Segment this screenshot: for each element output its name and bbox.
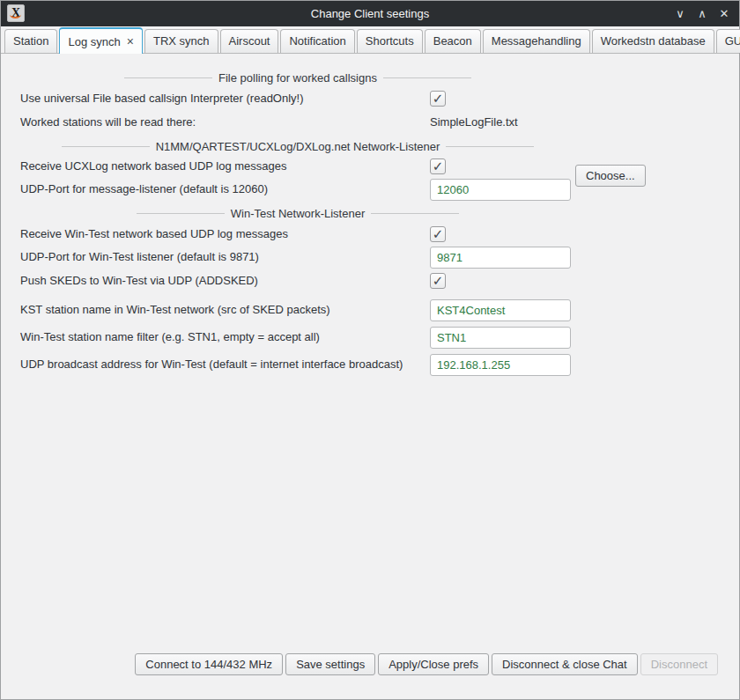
close-icon[interactable]: ✕ (718, 7, 730, 20)
label-universal-interpreter: Use universal File based callsign Interp… (20, 91, 304, 107)
section-header-network-listener: N1MM/QARTEST/UCXLog/DXLog.net Network-Li… (1, 140, 595, 153)
disconnect-close-chat-button[interactable]: Disconnect & close Chat (492, 653, 638, 675)
label-station-name-filter: Win-Test station name filter (e.g. STN1,… (20, 329, 320, 345)
label-kst-station-name: KST station name in Win-Test network (sr… (20, 302, 330, 318)
station-name-filter-input[interactable] (430, 327, 571, 349)
minimize-icon[interactable]: ∨ (674, 7, 686, 20)
universal-interpreter-checkbox[interactable]: ✓ (430, 91, 446, 107)
udp-port-listener-input[interactable] (430, 179, 571, 201)
tab-label: Messagehandling (492, 34, 581, 48)
choose-file-button[interactable]: Choose... (575, 165, 646, 187)
log-synch-pane: File polling for worked callsigns Use un… (1, 54, 739, 699)
maximize-icon[interactable]: ∧ (696, 7, 708, 20)
apply-close-prefs-button[interactable]: Apply/Close prefs (378, 653, 489, 675)
udp-broadcast-address-input[interactable] (430, 354, 571, 376)
check-icon: ✓ (433, 274, 444, 287)
label-worked-stations-file: Worked stations will be read there: (20, 114, 196, 130)
udp-port-wintest-input[interactable] (430, 247, 571, 269)
disconnect-button: Disconnect (640, 653, 718, 675)
divider (446, 146, 534, 147)
window-title: Change Client seetings (1, 7, 739, 20)
save-settings-button[interactable]: Save settings (285, 653, 375, 675)
connect-144-432-button[interactable]: Connect to 144/432 MHz (135, 653, 283, 675)
divider (137, 213, 225, 214)
app-icon: X (7, 4, 25, 22)
worked-stations-file-value: SimpleLogFile.txt (430, 114, 518, 130)
label-push-skeds: Push SKEDs to Win-Test via UDP (ADDSKED) (20, 273, 258, 289)
section-title: N1MM/QARTEST/UCXLog/DXLog.net Network-Li… (156, 140, 440, 153)
tab-label: Workedstn database (601, 34, 706, 48)
tab-label: Station (13, 34, 48, 48)
section-header-wintest-listener: Win-Test Network-Listener (1, 207, 595, 220)
tab-label: GUI (725, 34, 740, 48)
divider (383, 77, 471, 78)
check-icon: ✓ (433, 159, 444, 173)
tab-messagehandling[interactable]: Messagehandling (483, 29, 590, 53)
divider (371, 213, 459, 214)
tab-label: Shortcuts (366, 34, 414, 48)
tab-label: Beacon (433, 34, 472, 48)
receive-wintest-checkbox[interactable]: ✓ (430, 226, 446, 242)
tab-log-synch[interactable]: Log synch× (59, 27, 142, 54)
receive-ucxlog-checkbox[interactable]: ✓ (430, 158, 446, 174)
label-udp-broadcast-address: UDP broadcast address for Win-Test (defa… (20, 357, 403, 372)
app-icon-swoosh (10, 11, 21, 18)
check-icon: ✓ (433, 92, 444, 105)
titlebar: X Change Client seetings ∨ ∧ ✕ (1, 1, 739, 26)
footer-button-bar: Connect to 144/432 MHz Save settings App… (135, 653, 718, 675)
label-receive-wintest: Receive Win-Test network based UDP log m… (20, 226, 288, 242)
tab-gui[interactable]: GUI (716, 29, 740, 53)
section-header-file-polling: File polling for worked callsigns (1, 71, 595, 85)
tab-label: Log synch (68, 35, 120, 48)
dialog-window: X Change Client seetings ∨ ∧ ✕ Station L… (0, 0, 740, 700)
divider (124, 77, 212, 78)
tab-trx-synch[interactable]: TRX synch (144, 29, 218, 53)
tab-close-icon[interactable]: × (127, 34, 134, 48)
tab-beacon[interactable]: Beacon (425, 29, 481, 53)
tab-bar: Station Log synch× TRX synch Airscout No… (1, 26, 739, 54)
tab-label: Airscout (229, 34, 270, 48)
tab-workedstn-database[interactable]: Workedstn database (592, 29, 714, 53)
push-skeds-checkbox[interactable]: ✓ (430, 273, 446, 289)
label-receive-ucxlog: Receive UCXLog network based UDP log mes… (20, 158, 287, 174)
tab-shortcuts[interactable]: Shortcuts (357, 29, 423, 53)
section-title: Win-Test Network-Listener (231, 207, 365, 220)
kst-station-name-input[interactable] (430, 299, 571, 321)
tab-label: Notification (289, 34, 345, 48)
tab-airscout[interactable]: Airscout (220, 29, 279, 53)
tab-notification[interactable]: Notification (280, 29, 354, 53)
tab-station[interactable]: Station (4, 29, 57, 53)
check-icon: ✓ (433, 227, 444, 240)
section-title: File polling for worked callsigns (218, 71, 377, 85)
tab-label: TRX synch (153, 34, 210, 48)
divider (62, 146, 150, 147)
label-udp-port-wintest: UDP-Port for Win-Test listener (default … (20, 249, 259, 265)
label-udp-port-listener: UDP-Port for message-listener (default i… (20, 181, 268, 197)
